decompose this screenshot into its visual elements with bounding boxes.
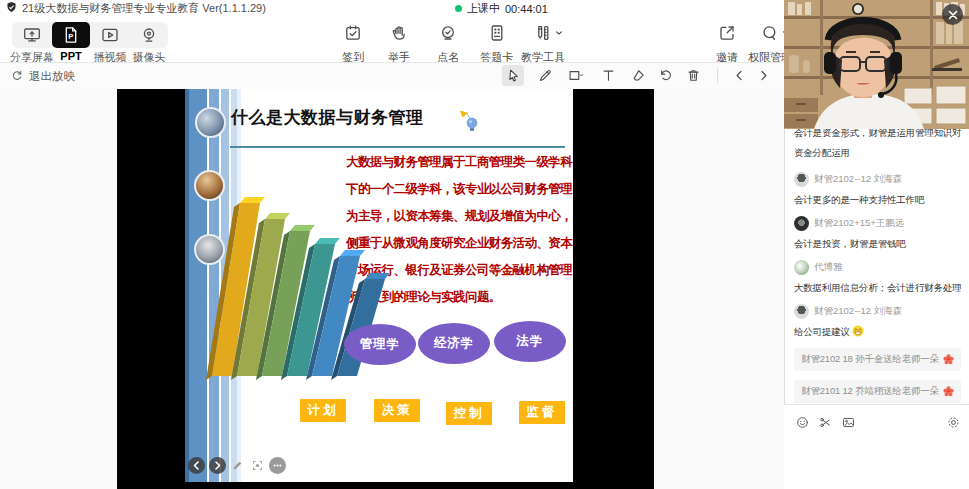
undo-icon bbox=[657, 67, 674, 84]
pen-tool-button[interactable] bbox=[534, 65, 556, 86]
play-video-icon bbox=[100, 25, 120, 45]
flower-gift-icon bbox=[943, 386, 954, 397]
live-status-dot bbox=[455, 5, 462, 12]
teacher-webcam-feed bbox=[784, 0, 969, 129]
slide-photo-1 bbox=[195, 107, 226, 138]
answer-card-icon bbox=[487, 23, 507, 43]
screenshot-scissors-icon[interactable] bbox=[818, 415, 833, 430]
mode-button-camera[interactable]: 摄像头 bbox=[129, 15, 169, 62]
delete-icon bbox=[685, 67, 702, 84]
close-video-button[interactable] bbox=[942, 4, 963, 25]
roll-call-icon bbox=[438, 23, 458, 43]
send-image-icon[interactable] bbox=[841, 415, 856, 430]
mode-button-share-screen[interactable]: 分享屏幕 bbox=[12, 15, 52, 62]
function-box: 计划 bbox=[300, 399, 346, 422]
text-tool-button[interactable] bbox=[597, 65, 619, 86]
chat-message-header: 财管2102--12 刘海森 bbox=[794, 304, 961, 319]
chat-message-header: 财管2102+15+王鹏远 bbox=[794, 216, 961, 231]
exit-presentation-label: 退出放映 bbox=[29, 69, 75, 84]
exit-presentation-button[interactable]: 退出放映 bbox=[10, 68, 75, 84]
ppt-slide: 什么是大数据与财务管理 大数据与财务管理属于工商管理类一级学科下的一个二级学科，… bbox=[185, 89, 573, 482]
discipline-ellipse: 管理学 bbox=[344, 324, 416, 365]
more-options-button[interactable] bbox=[269, 457, 286, 474]
chat-settings-gear-icon[interactable] bbox=[946, 415, 961, 430]
mode-button-ppt[interactable]: PPPT bbox=[51, 15, 91, 62]
discipline-ellipse: 法学 bbox=[494, 321, 566, 362]
camera-icon bbox=[139, 25, 159, 45]
avatar bbox=[794, 172, 809, 187]
grin-emoji-icon bbox=[852, 325, 864, 337]
checkin-icon bbox=[343, 23, 363, 43]
cursor-tool-button[interactable] bbox=[502, 65, 524, 86]
slide-body-line: 大数据与财务管理属于工商管理类一级学科 bbox=[346, 154, 572, 171]
share-screen-icon bbox=[22, 25, 42, 45]
prev-slide-button[interactable] bbox=[188, 457, 205, 474]
teaching-tools-icon bbox=[533, 23, 553, 43]
avatar bbox=[794, 304, 809, 319]
chat-user-name: 财管2102--12 刘海森 bbox=[814, 173, 902, 186]
chat-message-text: 会计更多的是一种支持性工作吧 bbox=[794, 192, 961, 207]
chat-message-header: 代博雅 bbox=[794, 260, 961, 275]
permissions-icon bbox=[760, 23, 780, 43]
gift-text: 财管2102 18 孙千金送给老师一朵 bbox=[801, 353, 939, 366]
window-title: 21级大数据与财务管理专业专业教育 Ver(1.1.1.29) bbox=[22, 1, 266, 16]
chat-message-text: 大数据利用信息分析；会计进行财务处理 bbox=[794, 280, 961, 295]
chat-message-header: 财管2102--12 刘海森 bbox=[794, 172, 961, 187]
stage-bar: 退出放映 bbox=[0, 62, 784, 90]
action-button-raise-hand[interactable]: 举手 bbox=[371, 15, 427, 62]
next-page-button[interactable] bbox=[752, 65, 774, 86]
shape-icon bbox=[567, 67, 584, 84]
classin-window: 21级大数据与财务管理专业专业教育 Ver(1.1.1.29) 上课中 00:4… bbox=[0, 0, 969, 489]
emoji-picker-icon[interactable] bbox=[795, 415, 810, 430]
prev-page-button[interactable] bbox=[728, 65, 750, 86]
next-slide-button[interactable] bbox=[209, 457, 226, 474]
avatar bbox=[794, 260, 809, 275]
toolbar-divider bbox=[717, 68, 718, 83]
ppt-icon: P bbox=[61, 25, 81, 45]
main-toolbar: 分享屏幕PPPT播视频摄像头 签到举手点名答题卡教学工具 邀请权限管理 bbox=[0, 15, 784, 62]
raise-hand-icon bbox=[389, 23, 409, 43]
title-bar: 21级大数据与财务管理专业专业教育 Ver(1.1.1.29) 上课中 00:4… bbox=[0, 0, 784, 15]
roll-call-icon bbox=[438, 23, 458, 43]
class-status: 上课中 00:44:01 bbox=[455, 1, 548, 16]
gift-system-message: 财管2101 12 乔靖栩送给老师一朵 bbox=[794, 380, 961, 403]
camera-icon bbox=[139, 25, 159, 45]
chat-user-name: 代博雅 bbox=[814, 261, 843, 274]
pen-icon bbox=[537, 67, 554, 84]
undo-tool-button[interactable] bbox=[654, 65, 676, 86]
mode-label: PPT bbox=[60, 50, 81, 62]
function-box: 监督 bbox=[519, 401, 565, 424]
chevron-right-icon bbox=[212, 460, 223, 471]
function-box: 决策 bbox=[374, 399, 420, 422]
action-button-roll-call[interactable]: 点名 bbox=[420, 15, 476, 62]
teacher-video-window bbox=[784, 0, 969, 129]
laser-pointer-button[interactable] bbox=[249, 457, 266, 474]
chat-message-text: 会计是资金形式，财管是运用管理知识对资金分配运用 bbox=[794, 123, 961, 163]
gift-system-message: 财管2102 18 孙千金送给老师一朵 bbox=[794, 348, 961, 371]
laser-pointer-icon bbox=[252, 460, 263, 471]
chat-input-bar bbox=[784, 404, 969, 489]
slide-title-underline bbox=[230, 146, 565, 148]
pen-icon bbox=[232, 460, 243, 471]
cursor-icon bbox=[505, 67, 522, 84]
eraser-tool-button[interactable] bbox=[627, 65, 649, 86]
mode-button-play-video[interactable]: 播视频 bbox=[90, 15, 130, 62]
invite-icon bbox=[717, 23, 737, 43]
text-icon bbox=[600, 67, 617, 84]
invite-icon bbox=[717, 23, 737, 43]
stage-area: 什么是大数据与财务管理 大数据与财务管理属于工商管理类一级学科下的一个二级学科，… bbox=[0, 89, 784, 489]
delete-tool-button[interactable] bbox=[682, 65, 704, 86]
chat-user-name: 财管2102+15+王鹏远 bbox=[814, 217, 904, 230]
slide-title: 什么是大数据与财务管理 bbox=[231, 106, 424, 129]
ellipsis-icon bbox=[272, 460, 283, 471]
shape-tool-button[interactable] bbox=[564, 65, 586, 86]
lightbulb-clipart-icon bbox=[457, 107, 481, 133]
function-box: 控制 bbox=[446, 402, 492, 425]
action-button-teaching-tools[interactable]: 教学工具 bbox=[515, 15, 571, 62]
permissions-icon bbox=[760, 23, 780, 43]
gift-text: 财管2101 12 乔靖栩送给老师一朵 bbox=[801, 385, 939, 398]
flower-gift-icon bbox=[943, 354, 954, 365]
chat-user-name: 财管2102--12 刘海森 bbox=[814, 305, 902, 318]
annotate-pen-button[interactable] bbox=[229, 457, 246, 474]
ppt-icon: P bbox=[61, 25, 81, 45]
